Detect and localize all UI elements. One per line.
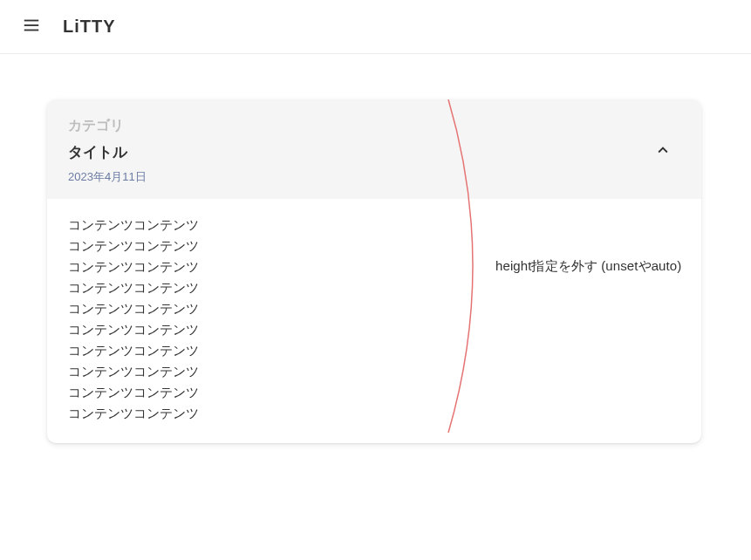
card-body: コンテンツコンテンツコンテンツコンテンツコンテンツコンテンツコンテンツコンテンツ… — [47, 199, 701, 443]
content-line: コンテンツコンテンツ — [68, 403, 680, 424]
menu-icon — [22, 16, 41, 38]
card-header-texts: カテゴリ タイトル 2023年4月11日 — [68, 117, 147, 185]
content-line: コンテンツコンテンツ — [68, 215, 680, 236]
content-line: コンテンツコンテンツ — [68, 319, 680, 340]
card-header[interactable]: カテゴリ タイトル 2023年4月11日 — [47, 99, 701, 199]
content-line: コンテンツコンテンツ — [68, 361, 680, 382]
content-line: コンテンツコンテンツ — [68, 340, 680, 361]
chevron-up-icon — [653, 140, 672, 162]
page-content: カテゴリ タイトル 2023年4月11日 コンテンツコンテンツコンテンツコンテン… — [0, 54, 751, 488]
expansion-card: カテゴリ タイトル 2023年4月11日 コンテンツコンテンツコンテンツコンテン… — [47, 99, 701, 443]
content-line: コンテンツコンテンツ — [68, 277, 680, 298]
collapse-button[interactable] — [645, 133, 680, 168]
card-date: 2023年4月11日 — [68, 169, 147, 185]
annotation-text: height指定を外す (unsetやauto) — [495, 258, 681, 275]
appbar: LiTTY — [0, 0, 751, 54]
app-logo: LiTTY — [63, 17, 116, 37]
card-title: タイトル — [68, 142, 147, 162]
content-line: コンテンツコンテンツ — [68, 382, 680, 403]
menu-button[interactable] — [14, 10, 49, 44]
content-line: コンテンツコンテンツ — [68, 236, 680, 256]
content-line: コンテンツコンテンツ — [68, 298, 680, 319]
card-category: カテゴリ — [68, 117, 147, 135]
